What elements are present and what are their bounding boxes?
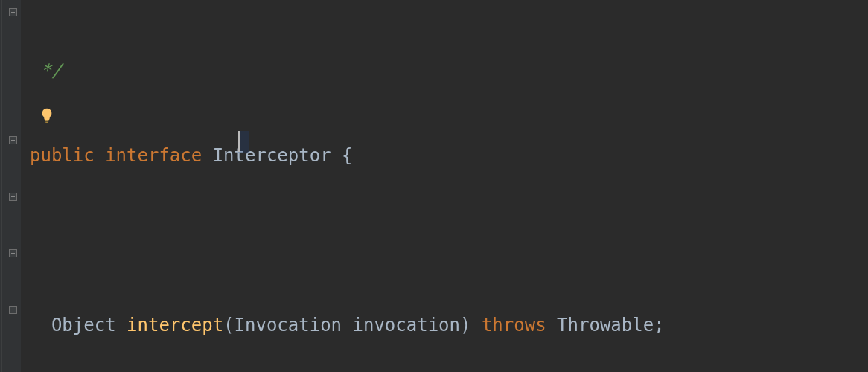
text-caret (238, 131, 240, 152)
param-type: Invocation (234, 315, 342, 336)
param-name: invocation (353, 315, 461, 336)
return-type: Object (51, 315, 116, 336)
lightbulb-icon[interactable] (39, 107, 55, 124)
svg-rect-0 (45, 120, 49, 121)
fold-toggle-icon[interactable] (9, 8, 17, 16)
caret-highlight (238, 131, 249, 153)
keyword-interface: interface (105, 145, 202, 166)
gutter-fold-guide (1, 0, 2, 372)
editor-gutter (0, 0, 21, 372)
code-line: public interface Interceptor { (21, 141, 868, 170)
fold-toggle-icon[interactable] (9, 136, 17, 144)
code-line (21, 226, 868, 254)
method-name: intercept (127, 315, 223, 336)
brace: { (342, 145, 352, 166)
code-line: */ (21, 57, 868, 85)
code-editor[interactable]: */ public interface Interceptor { Object… (21, 0, 868, 372)
keyword-public: public (30, 145, 95, 166)
fold-toggle-icon[interactable] (9, 249, 17, 257)
type-name: Interceptor (213, 145, 331, 166)
fold-toggle-icon[interactable] (9, 306, 17, 314)
javadoc-end: */ (30, 60, 62, 81)
keyword-throws: throws (482, 315, 546, 336)
svg-rect-1 (45, 122, 48, 123)
code-line: Object intercept(Invocation invocation) … (21, 311, 868, 339)
exception-type: Throwable (557, 315, 654, 336)
fold-toggle-icon[interactable] (9, 193, 17, 201)
